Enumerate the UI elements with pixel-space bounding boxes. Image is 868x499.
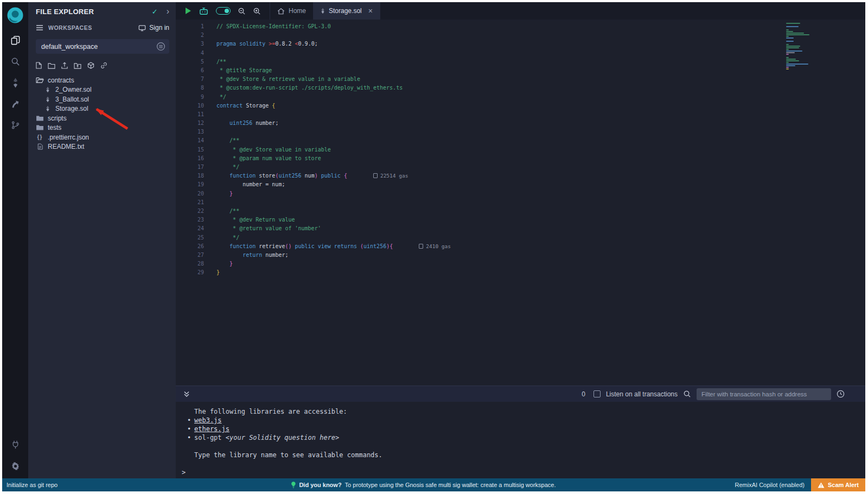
txt-icon bbox=[36, 143, 44, 150]
json-icon: {} bbox=[36, 134, 44, 140]
publish-to-gist-icon[interactable] bbox=[87, 62, 94, 69]
tree-file-README.txt[interactable]: README.txt bbox=[28, 142, 176, 152]
terminal-line: The following libraries are accessible: bbox=[176, 407, 865, 416]
tree-label: .prettierrc.json bbox=[48, 134, 89, 141]
scam-alert-button[interactable]: Scam Alert bbox=[811, 478, 865, 491]
new-file-icon[interactable] bbox=[36, 62, 42, 69]
search-icon[interactable] bbox=[8, 54, 22, 68]
tree-label: Storage.sol bbox=[55, 105, 88, 112]
solidity-file-icon bbox=[321, 8, 325, 14]
expand-terminal-icon[interactable] bbox=[183, 390, 190, 397]
upload-folder-icon[interactable] bbox=[74, 62, 81, 69]
collapse-chevron-icon[interactable]: › bbox=[167, 7, 169, 16]
minimap[interactable] bbox=[786, 23, 823, 70]
statusbar-right: RemixAI Copilot (enabled) Scam Alert bbox=[735, 478, 865, 491]
tree-label: contracts bbox=[48, 77, 74, 84]
terminal-header: 0 Listen on all transactions bbox=[176, 386, 865, 402]
tree-label: README.txt bbox=[48, 143, 84, 150]
warning-icon bbox=[818, 482, 825, 488]
deploy-and-run-icon[interactable] bbox=[8, 97, 22, 111]
folder-icon bbox=[36, 115, 44, 122]
folder-open-icon bbox=[36, 77, 44, 84]
remix-ide-window: FILE EXPLORER ✓ › WORKSPACES Sign in bbox=[2, 2, 865, 491]
editor-tabbar: Home Storage.sol × bbox=[176, 2, 865, 20]
link-icon[interactable] bbox=[100, 62, 107, 69]
main-area: Home Storage.sol × 123456789101112131415… bbox=[176, 2, 865, 478]
terminal-link-web3.js[interactable]: web3.js bbox=[194, 416, 222, 424]
transaction-count: 0 bbox=[582, 390, 585, 398]
code-editor[interactable]: 1234567891011121314151617181920212223242… bbox=[176, 20, 865, 386]
tree-file-.prettierrc.json[interactable]: {}.prettierrc.json bbox=[28, 132, 176, 142]
terminal-line bbox=[176, 442, 865, 451]
remix-logo[interactable] bbox=[6, 6, 24, 24]
git-icon[interactable] bbox=[8, 118, 22, 132]
tree-file-3_Ballot.sol[interactable]: 3_Ballot.sol bbox=[28, 94, 176, 104]
tab-home[interactable]: Home bbox=[270, 2, 314, 20]
settings-gear-icon[interactable] bbox=[8, 459, 22, 473]
terminal-search-icon[interactable] bbox=[683, 390, 691, 398]
file-explorer-icon[interactable] bbox=[8, 33, 22, 47]
file-explorer-panel: FILE EXPLORER ✓ › WORKSPACES Sign in bbox=[28, 2, 176, 478]
workspaces-label: WORKSPACES bbox=[48, 24, 133, 31]
lightbulb-icon bbox=[290, 481, 296, 489]
tree-folder-scripts[interactable]: scripts bbox=[28, 113, 176, 123]
check-icon: ✓ bbox=[152, 8, 158, 16]
terminal-line: •web3.js bbox=[176, 416, 865, 425]
terminal-line: •sol-gpt <your Solidity question here> bbox=[176, 433, 865, 442]
tab-storage-sol[interactable]: Storage.sol × bbox=[314, 2, 380, 20]
panel-title: FILE EXPLORER bbox=[36, 8, 152, 16]
sign-in-device-icon bbox=[138, 24, 146, 31]
tree-label: scripts bbox=[48, 115, 67, 122]
folder-icon bbox=[36, 124, 44, 131]
terminal-line: Type the library name to see available c… bbox=[176, 451, 865, 459]
statusbar: Initialize as git repo Did you know? To … bbox=[2, 478, 865, 491]
toggle-knob bbox=[225, 9, 229, 13]
listen-transactions-checkbox[interactable] bbox=[593, 390, 601, 397]
new-folder-icon[interactable] bbox=[48, 62, 55, 69]
tree-folder-tests[interactable]: tests bbox=[28, 123, 176, 133]
workspace-name: default_workspace bbox=[41, 43, 156, 50]
listen-transactions-label: Listen on all transactions bbox=[606, 390, 678, 398]
terminal-line: •ethers.js bbox=[176, 425, 865, 433]
app-frame: FILE EXPLORER ✓ › WORKSPACES Sign in bbox=[0, 0, 868, 499]
icon-sidebar bbox=[2, 2, 28, 478]
did-you-know-tip: Did you know? To prototype using the Gno… bbox=[290, 481, 556, 489]
terminal-line bbox=[176, 459, 865, 468]
tree-file-Storage.sol[interactable]: Storage.sol bbox=[28, 104, 176, 114]
copilot-status[interactable]: RemixAI Copilot (enabled) bbox=[735, 482, 805, 488]
plugin-manager-icon[interactable] bbox=[8, 437, 22, 451]
home-icon bbox=[277, 8, 285, 15]
sign-in-button[interactable]: Sign in bbox=[138, 24, 169, 31]
tree-label: 3_Ballot.sol bbox=[55, 96, 89, 103]
transaction-filter-input[interactable] bbox=[697, 388, 831, 400]
terminal-link-ethers.js[interactable]: ethers.js bbox=[194, 425, 229, 433]
file-tree: contracts2_Owner.sol3_Ballot.solStorage.… bbox=[28, 75, 176, 151]
terminal-output[interactable]: The following libraries are accessible:•… bbox=[176, 402, 865, 478]
sol-icon bbox=[43, 96, 52, 103]
zoom-out-icon[interactable] bbox=[238, 7, 246, 15]
workspace-options-icon[interactable] bbox=[156, 42, 165, 51]
gas-estimate: 22514 gas bbox=[373, 173, 408, 179]
upload-file-icon[interactable] bbox=[61, 62, 68, 69]
tip-text: To prototype using the Gnosis safe multi… bbox=[345, 482, 556, 488]
close-tab-icon[interactable]: × bbox=[368, 7, 373, 15]
file-actions-toolbar bbox=[28, 55, 176, 73]
sol-icon bbox=[43, 105, 52, 112]
workspaces-menu-icon[interactable] bbox=[36, 24, 43, 31]
pending-transactions-clock-icon[interactable] bbox=[837, 390, 845, 398]
panel-header: FILE EXPLORER ✓ › bbox=[28, 2, 176, 21]
gas-estimate: 2410 gas bbox=[419, 243, 451, 249]
terminal-prompt[interactable]: > bbox=[176, 468, 865, 477]
workspace-selector[interactable]: default_workspace bbox=[36, 39, 169, 54]
run-script-play-button[interactable] bbox=[185, 7, 192, 15]
solidity-compiler-icon[interactable] bbox=[8, 75, 22, 90]
git-init-button[interactable]: Initialize as git repo bbox=[7, 482, 58, 488]
zoom-in-icon[interactable] bbox=[253, 7, 261, 15]
tree-folder-contracts[interactable]: contracts bbox=[28, 75, 176, 85]
tree-label: 2_Owner.sol bbox=[55, 86, 92, 93]
sol-icon bbox=[43, 86, 52, 93]
copilot-toggle[interactable] bbox=[216, 7, 231, 15]
remixai-assistant-icon[interactable] bbox=[199, 7, 209, 16]
tree-file-2_Owner.sol[interactable]: 2_Owner.sol bbox=[28, 85, 176, 95]
tip-label: Did you know? bbox=[299, 482, 341, 488]
